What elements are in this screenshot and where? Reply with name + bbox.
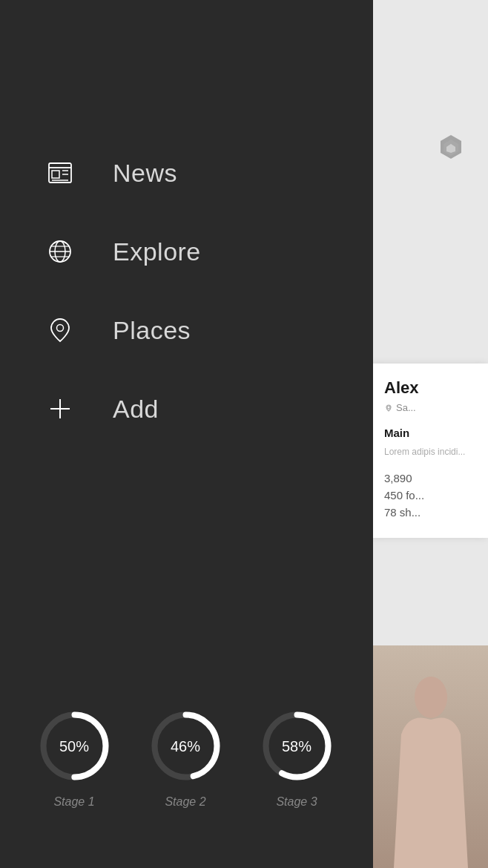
menu-section: News Explore Pl <box>0 134 404 448</box>
app-logo <box>433 131 469 166</box>
stage-1-donut: 50% <box>36 707 113 785</box>
stage-1-item: 50% Stage 1 <box>30 707 119 809</box>
menu-item-add[interactable]: Add <box>44 369 360 448</box>
places-label: Places <box>113 316 191 345</box>
stage-2-donut: 46% <box>147 707 225 785</box>
newspaper-icon <box>44 157 76 188</box>
plus-icon <box>44 393 76 424</box>
stage-3-item: 58% Stage 3 <box>252 707 341 809</box>
svg-point-11 <box>57 325 64 332</box>
logo-area <box>421 126 481 171</box>
stage-2-label: Stage 2 <box>165 795 205 809</box>
svg-point-23 <box>387 406 390 409</box>
menu-item-places[interactable]: Places <box>44 291 360 369</box>
card-stat-3: 78 sh... <box>384 506 477 519</box>
add-label: Add <box>113 395 159 424</box>
news-label: News <box>113 159 177 188</box>
person-image <box>373 645 488 868</box>
svg-rect-2 <box>52 171 59 178</box>
stage-2-item: 46% Stage 2 <box>141 707 230 809</box>
stage-1-percent: 50% <box>59 737 89 754</box>
menu-item-explore[interactable]: Explore <box>44 212 360 291</box>
svg-point-24 <box>415 677 447 718</box>
stage-2-percent: 46% <box>171 737 200 754</box>
person-silhouette <box>386 660 475 868</box>
card-name: Alex <box>384 378 477 398</box>
stage-3-label: Stage 3 <box>276 795 317 809</box>
card-stat-1: 3,890 <box>384 472 477 484</box>
card-section-title: Main <box>384 427 477 439</box>
stages-section: 50% Stage 1 46% Stage 2 <box>0 707 404 823</box>
location-icon <box>384 404 393 412</box>
explore-label: Explore <box>113 237 201 266</box>
stage-1-label: Stage 1 <box>53 795 94 809</box>
globe-icon <box>44 236 76 267</box>
card-location-row: Sa... <box>384 402 477 413</box>
left-panel: News Explore Pl <box>0 0 404 868</box>
card-location-text: Sa... <box>396 402 416 413</box>
card-body-text: Lorem adipis incidi... <box>384 445 477 458</box>
right-panel: Alex Sa... Main Lorem adipis incidi... 3… <box>373 0 488 868</box>
card-panel: Alex Sa... Main Lorem adipis incidi... 3… <box>373 364 488 538</box>
menu-item-news[interactable]: News <box>44 134 360 212</box>
stage-3-donut: 58% <box>258 707 336 785</box>
card-stat-2: 450 fo... <box>384 489 477 502</box>
stage-3-percent: 58% <box>282 737 311 754</box>
pin-icon <box>44 315 76 346</box>
